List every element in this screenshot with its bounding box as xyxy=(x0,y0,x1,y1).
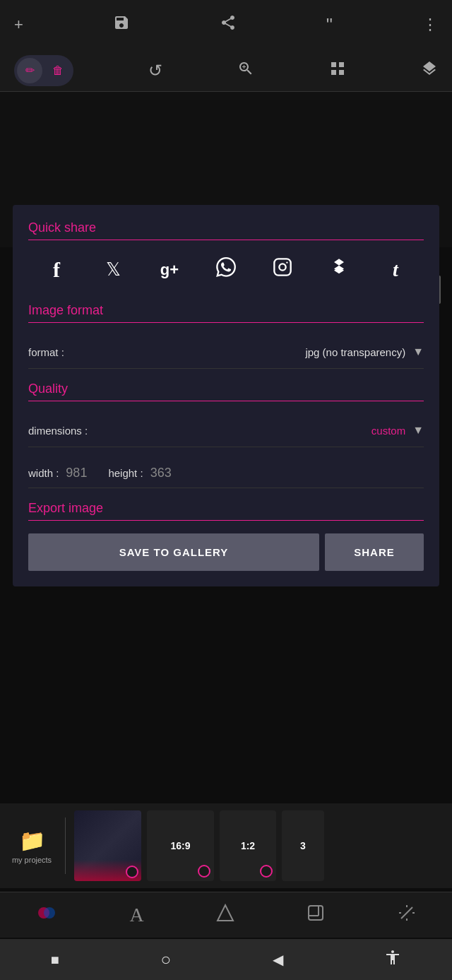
tumblr-icon[interactable]: t xyxy=(381,259,410,281)
svg-line-9 xyxy=(401,907,412,919)
zoom-icon[interactable] xyxy=(237,60,254,81)
facebook-icon[interactable]: f xyxy=(42,258,71,282)
share-button[interactable]: SHARE xyxy=(325,533,424,571)
my-projects-folder[interactable]: 📁 my projects xyxy=(7,828,56,864)
svg-point-4 xyxy=(44,907,55,919)
top-toolbar: + " ⋮ xyxy=(0,0,452,49)
width-label: width : xyxy=(28,467,59,479)
edit-toggle: ✏ 🗑 xyxy=(14,55,73,86)
undo-icon[interactable]: ↺ xyxy=(148,61,162,81)
home-button[interactable]: ○ xyxy=(160,950,171,969)
width-height-row: width : 981 height : 363 xyxy=(28,453,424,488)
dimensions-value: custom xyxy=(371,425,405,437)
export-title: Export image xyxy=(28,501,424,516)
bottom-tools: A xyxy=(0,892,452,938)
accessibility-button[interactable] xyxy=(384,949,401,970)
layers-icon[interactable] xyxy=(421,60,438,81)
thumb-badge-3 xyxy=(260,865,273,878)
thumbnails-bar: 📁 my projects 16:9 1:2 3 xyxy=(0,803,452,888)
image-format-title: Image format xyxy=(28,303,424,318)
svg-rect-0 xyxy=(274,259,290,275)
format-label: format : xyxy=(28,346,64,358)
image-format-divider xyxy=(28,322,424,323)
quick-share-divider xyxy=(28,240,424,240)
dropbox-icon[interactable] xyxy=(325,257,353,282)
save-to-gallery-button[interactable]: SAVE TO GALLERY xyxy=(28,533,319,571)
thumb-badge-1 xyxy=(126,866,138,878)
whatsapp-icon[interactable] xyxy=(212,257,240,282)
stop-button[interactable]: ■ xyxy=(51,952,59,968)
quality-section: Quality dimensions : custom ▼ xyxy=(28,382,424,447)
svg-marker-5 xyxy=(218,905,233,921)
magic-icon[interactable] xyxy=(398,904,416,927)
grid-icon[interactable] xyxy=(329,60,346,81)
ratio-3-label: 3 xyxy=(300,840,306,851)
pencil-button[interactable]: ✏ xyxy=(17,58,42,83)
quality-title: Quality xyxy=(28,382,424,396)
height-value[interactable]: 363 xyxy=(150,466,172,480)
export-section: Export image xyxy=(28,501,424,521)
trash-button[interactable]: 🗑 xyxy=(45,58,71,83)
secondary-toolbar: ✏ 🗑 ↺ xyxy=(0,49,452,92)
dimensions-label: dimensions : xyxy=(28,425,88,437)
quality-divider xyxy=(28,401,424,401)
ratio-16-9-label: 16:9 xyxy=(170,840,190,851)
format-right: jpg (no transparency) ▼ xyxy=(305,346,424,358)
svg-point-1 xyxy=(279,264,285,270)
save-icon[interactable] xyxy=(113,14,130,35)
more-icon[interactable]: ⋮ xyxy=(422,16,438,34)
share-dialog: Quick share f 𝕏 g+ t Image format format… xyxy=(13,205,439,586)
width-value[interactable]: 981 xyxy=(66,466,87,480)
export-divider xyxy=(28,520,424,521)
twitter-icon[interactable]: 𝕏 xyxy=(99,259,127,281)
ratio-1-2-label: 1:2 xyxy=(241,840,255,851)
share-icon[interactable] xyxy=(220,14,237,35)
instagram-icon[interactable] xyxy=(268,257,297,282)
googleplus-icon[interactable]: g+ xyxy=(155,261,184,279)
quick-share-section: Quick share f 𝕏 g+ t xyxy=(28,220,424,286)
dimensions-right: custom ▼ xyxy=(371,424,424,437)
folder-label: my projects xyxy=(12,856,52,864)
height-label: height : xyxy=(108,467,143,479)
dimensions-dropdown-icon[interactable]: ▼ xyxy=(412,424,424,437)
back-button[interactable]: ◀ xyxy=(273,951,283,968)
social-icons-row: f 𝕏 g+ t xyxy=(28,253,424,286)
folder-icon: 📁 xyxy=(19,828,45,853)
format-row[interactable]: format : jpg (no transparency) ▼ xyxy=(28,336,424,369)
thumbnail-16-9[interactable]: 16:9 xyxy=(147,810,214,881)
svg-point-2 xyxy=(286,261,287,263)
format-dropdown-icon[interactable]: ▼ xyxy=(412,346,424,358)
thumb-divider xyxy=(65,817,66,874)
quick-share-title: Quick share xyxy=(28,220,424,235)
dimensions-row[interactable]: dimensions : custom ▼ xyxy=(28,414,424,447)
text-icon[interactable]: A xyxy=(130,904,144,926)
system-nav-bar: ■ ○ ◀ xyxy=(0,939,452,980)
image-format-section: Image format format : jpg (no transparen… xyxy=(28,303,424,369)
format-value: jpg (no transparency) xyxy=(305,346,405,358)
thumb-badge-2 xyxy=(198,865,210,878)
shape-icon[interactable] xyxy=(216,904,234,927)
trash-icon: 🗑 xyxy=(52,64,64,77)
thumbnail-photo[interactable] xyxy=(74,810,141,881)
action-buttons-row: SAVE TO GALLERY SHARE xyxy=(28,533,424,571)
thumbnail-1-2[interactable]: 1:2 xyxy=(220,810,276,881)
svg-rect-6 xyxy=(309,906,323,920)
quote-icon[interactable]: " xyxy=(326,14,333,36)
color-mix-icon[interactable] xyxy=(36,902,57,928)
pencil-icon: ✏ xyxy=(25,64,35,77)
add-icon[interactable]: + xyxy=(14,16,23,34)
sticker-icon[interactable] xyxy=(307,904,325,927)
thumbnail-3[interactable]: 3 xyxy=(282,810,324,881)
